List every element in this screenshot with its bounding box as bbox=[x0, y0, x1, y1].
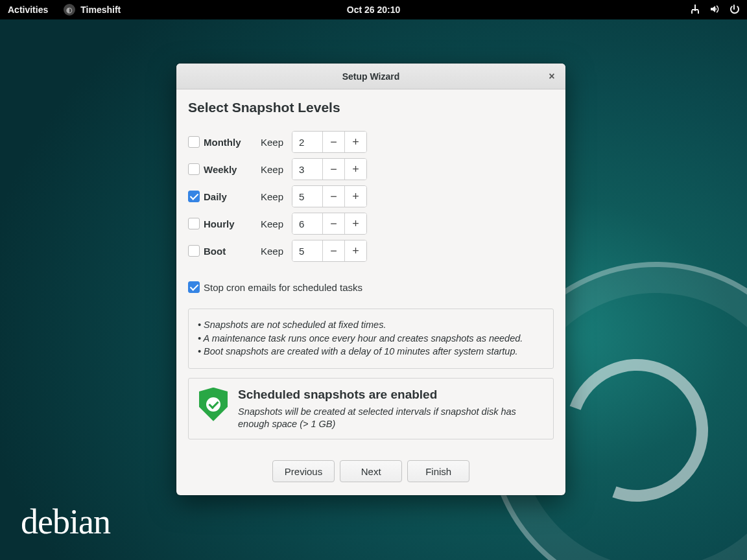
level-checkbox-hourly[interactable] bbox=[188, 218, 200, 229]
keep-input[interactable] bbox=[292, 186, 322, 207]
level-row-daily: DailyKeep−+ bbox=[188, 183, 554, 210]
svg-rect-1 bbox=[694, 8, 696, 9]
wallpaper-swirl-inner bbox=[542, 336, 731, 525]
window-title: Setup Wizard bbox=[342, 71, 400, 82]
status-box: Scheduled snapshots are enabled Snapshot… bbox=[188, 378, 554, 440]
keep-label: Keep bbox=[261, 218, 292, 229]
increment-button[interactable]: + bbox=[344, 186, 366, 207]
app-menu-label: Timeshift bbox=[80, 5, 121, 15]
network-icon[interactable] bbox=[690, 4, 700, 16]
level-checkbox-monthly[interactable] bbox=[188, 136, 200, 148]
svg-rect-3 bbox=[698, 10, 699, 14]
svg-rect-5 bbox=[694, 9, 696, 11]
keep-label: Keep bbox=[261, 164, 292, 175]
level-row-hourly: HourlyKeep−+ bbox=[188, 210, 554, 237]
keep-spinner-hourly: −+ bbox=[292, 213, 367, 235]
level-checkbox-weekly[interactable] bbox=[188, 163, 200, 175]
shield-ok-icon bbox=[199, 388, 228, 421]
decrement-button[interactable]: − bbox=[322, 213, 344, 234]
timeshift-icon: ◐ bbox=[64, 4, 75, 16]
setup-wizard-dialog: Setup Wizard × Select Snapshot Levels Mo… bbox=[176, 64, 565, 495]
page-heading: Select Snapshot Levels bbox=[188, 100, 554, 115]
keep-input[interactable] bbox=[292, 240, 322, 261]
level-checkbox-daily[interactable] bbox=[188, 191, 200, 202]
decrement-button[interactable]: − bbox=[322, 159, 344, 180]
info-line: • Boot snapshots are created with a dela… bbox=[198, 345, 544, 358]
next-button[interactable]: Next bbox=[340, 460, 402, 482]
keep-spinner-daily: −+ bbox=[292, 185, 367, 207]
keep-spinner-boot: −+ bbox=[292, 240, 367, 262]
increment-button[interactable]: + bbox=[344, 159, 366, 180]
previous-button[interactable]: Previous bbox=[272, 460, 335, 482]
increment-button[interactable]: + bbox=[344, 240, 366, 261]
stop-cron-checkbox[interactable] bbox=[188, 281, 200, 293]
info-line: • Snapshots are not scheduled at fixed t… bbox=[198, 319, 544, 332]
level-row-monthly: MonthlyKeep−+ bbox=[188, 128, 554, 156]
decrement-button[interactable]: − bbox=[322, 186, 344, 207]
info-line: • A maintenance task runs once every hou… bbox=[198, 332, 544, 345]
keep-label: Keep bbox=[261, 137, 292, 148]
wizard-buttons: Previous Next Finish bbox=[188, 451, 554, 495]
keep-input[interactable] bbox=[292, 132, 322, 152]
keep-label: Keep bbox=[261, 246, 292, 257]
level-row-boot: BootKeep−+ bbox=[188, 237, 554, 264]
info-box: • Snapshots are not scheduled at fixed t… bbox=[188, 309, 554, 369]
keep-label: Keep bbox=[261, 191, 292, 202]
volume-icon[interactable] bbox=[709, 4, 720, 16]
power-icon[interactable] bbox=[729, 4, 739, 16]
decrement-button[interactable]: − bbox=[322, 132, 344, 152]
level-label: Boot bbox=[204, 246, 261, 257]
finish-button[interactable]: Finish bbox=[407, 460, 469, 482]
keep-input[interactable] bbox=[292, 213, 322, 234]
app-menu[interactable]: ◐ Timeshift bbox=[64, 4, 121, 16]
svg-rect-0 bbox=[694, 5, 696, 8]
keep-spinner-weekly: −+ bbox=[292, 158, 367, 180]
level-checkbox-boot[interactable] bbox=[188, 245, 200, 257]
svg-rect-2 bbox=[691, 10, 693, 14]
decrement-button[interactable]: − bbox=[322, 240, 344, 261]
top-panel: Activities ◐ Timeshift Oct 26 20:10 bbox=[0, 0, 747, 19]
keep-spinner-monthly: −+ bbox=[292, 131, 367, 153]
level-label: Daily bbox=[204, 191, 261, 202]
increment-button[interactable]: + bbox=[344, 132, 366, 152]
titlebar: Setup Wizard × bbox=[176, 64, 565, 89]
level-label: Monthly bbox=[204, 137, 261, 148]
debian-logo: debian bbox=[21, 502, 110, 542]
level-row-weekly: WeeklyKeep−+ bbox=[188, 156, 554, 183]
activities-button[interactable]: Activities bbox=[8, 5, 48, 15]
increment-button[interactable]: + bbox=[344, 213, 366, 234]
status-detail: Snapshots will be created at selected in… bbox=[238, 406, 543, 430]
close-icon[interactable]: × bbox=[545, 69, 559, 84]
stop-cron-label[interactable]: Stop cron emails for scheduled tasks bbox=[204, 282, 362, 293]
clock[interactable]: Oct 26 20:10 bbox=[347, 5, 401, 15]
level-label: Weekly bbox=[204, 164, 261, 175]
status-title: Scheduled snapshots are enabled bbox=[238, 388, 543, 402]
keep-input[interactable] bbox=[292, 159, 322, 180]
level-label: Hourly bbox=[204, 218, 261, 229]
